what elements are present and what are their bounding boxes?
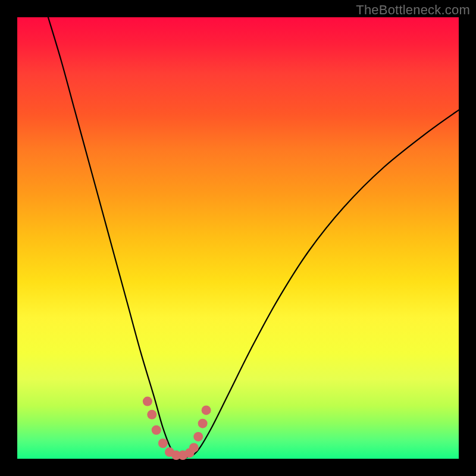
bottleneck-curve-line	[48, 17, 459, 458]
chart-svg	[17, 17, 459, 459]
curve-group	[48, 17, 459, 458]
highlight-dot	[189, 443, 199, 452]
highlight-dots	[143, 397, 211, 461]
highlight-dot	[202, 405, 211, 415]
highlight-dot	[158, 439, 168, 448]
outer-frame: TheBottleneck.com	[0, 0, 476, 476]
watermark-text: TheBottleneck.com	[356, 2, 470, 18]
highlight-dot	[198, 419, 208, 428]
highlight-dot	[152, 425, 161, 435]
highlight-dot	[147, 410, 156, 419]
highlight-dot	[143, 397, 152, 406]
highlight-dot	[193, 432, 203, 441]
